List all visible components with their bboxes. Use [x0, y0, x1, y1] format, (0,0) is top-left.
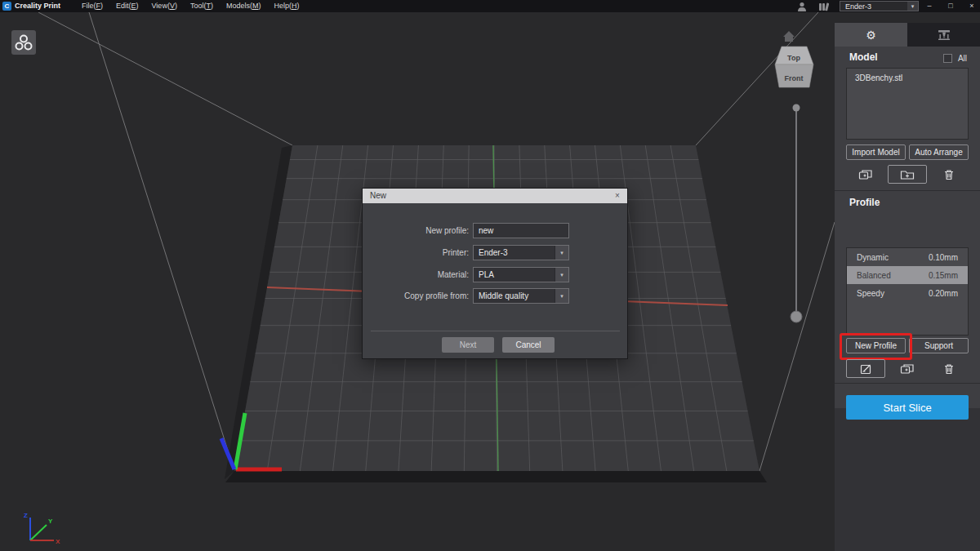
profile-row-speedy[interactable]: Speedy 0.20mm [847, 284, 968, 302]
add-model-button[interactable] [888, 165, 927, 184]
printer-select-value: Ender-3 [845, 2, 871, 11]
clone-model-button[interactable] [846, 165, 885, 184]
import-model-button[interactable]: Import Model [846, 144, 906, 160]
next-button[interactable]: Next [442, 337, 494, 353]
home-view-icon[interactable] [783, 31, 795, 42]
copy-profile-field-label: Copy profile from: [363, 288, 469, 304]
model-library-icon[interactable] [817, 1, 829, 11]
minimize-button[interactable]: – [923, 0, 936, 11]
start-slice-button[interactable]: Start Slice [846, 395, 969, 420]
zoom-slider-handle-bottom[interactable] [791, 311, 802, 322]
edit-profile-button[interactable] [846, 359, 885, 378]
plate-front-skirt [225, 471, 767, 482]
profile-section-heading: Profile [849, 197, 880, 208]
dialog-title[interactable]: New [363, 189, 627, 203]
delete-model-button[interactable] [929, 165, 969, 184]
trash-icon [943, 363, 955, 375]
new-profile-dialog: New × New profile: new Printer: Ender-3 … [362, 188, 628, 359]
zoom-slider-handle-top[interactable] [793, 104, 800, 112]
clone-icon [858, 169, 873, 180]
material-field-label: Material: [363, 267, 469, 282]
printer-field-label: Printer: [363, 245, 469, 260]
material-dropdown[interactable]: PLA ▾ [473, 267, 569, 282]
copy-profile-dropdown[interactable]: Middle quality ▾ [473, 288, 569, 304]
main-menu: File(F) Edit(E) View(V) Tool(T) Models(M… [82, 2, 299, 10]
new-profile-field-label: New profile: [363, 223, 469, 238]
axis-gizmo: Z Y X [24, 512, 60, 545]
cancel-button[interactable]: Cancel [502, 337, 555, 353]
close-button[interactable]: × [965, 0, 978, 11]
edit-icon [860, 363, 872, 375]
dialog-close-icon[interactable]: × [612, 189, 623, 203]
gear-icon: ⚙ [866, 29, 876, 42]
section-divider [835, 383, 980, 384]
profile-row-balanced[interactable]: Balanced 0.15mm [847, 266, 968, 284]
axis-z-label: Z [24, 512, 28, 519]
clone-icon [900, 363, 915, 375]
settings-panel: Model All 3DBenchy.stl Import Model Auto… [835, 47, 980, 408]
view-cube-top-label[interactable]: Top [787, 54, 800, 62]
top-menu-bar: C Creality Print File(F) Edit(E) View(V)… [0, 0, 980, 12]
dialog-separator [371, 331, 620, 331]
auto-arrange-button[interactable]: Auto Arrange [909, 144, 969, 160]
tab-preview[interactable] [907, 23, 980, 47]
tab-prepare-settings[interactable]: ⚙ [835, 23, 907, 47]
delete-profile-button[interactable] [929, 359, 969, 378]
select-all-label: All [958, 54, 967, 63]
chevron-down-icon[interactable]: ▾ [555, 268, 568, 282]
right-sidebar: ⚙ Model All 3DBenchy.stl Import Model Au… [835, 12, 980, 551]
model-list[interactable]: 3DBenchy.stl [846, 68, 969, 140]
new-profile-name-input[interactable]: new [473, 223, 569, 238]
profile-list[interactable]: Dynamic 0.10mm Balanced 0.15mm Speedy 0.… [846, 247, 969, 335]
menu-view[interactable]: View(V) [152, 2, 177, 10]
select-all-checkbox[interactable] [943, 54, 952, 63]
model-section-heading: Model [849, 51, 878, 63]
maximize-button[interactable]: □ [944, 0, 957, 11]
profile-row-dynamic[interactable]: Dynamic 0.10mm [847, 248, 968, 266]
printer-select-dropdown[interactable]: Ender-3 ▾ [840, 1, 919, 11]
menu-tool[interactable]: Tool(T) [190, 2, 213, 10]
trash-icon [943, 169, 955, 180]
axis-x-label: X [56, 538, 60, 545]
zoom-slider[interactable] [791, 104, 802, 323]
view-cube[interactable]: Top Front [775, 47, 813, 87]
menu-file[interactable]: File(F) [82, 2, 103, 10]
menu-help[interactable]: Help(H) [274, 2, 299, 10]
view-cube-front-label[interactable]: Front [785, 74, 804, 82]
section-divider [835, 190, 980, 191]
arrange-models-button[interactable] [11, 30, 36, 55]
model-list-item[interactable]: 3DBenchy.stl [847, 69, 968, 82]
printer-preview-icon [936, 28, 952, 42]
menu-models[interactable]: Models(M) [226, 2, 261, 10]
three-circles-icon [11, 30, 36, 55]
menu-edit[interactable]: Edit(E) [116, 2, 139, 10]
folder-plus-icon [900, 169, 915, 180]
printer-dropdown[interactable]: Ender-3 ▾ [473, 245, 569, 260]
chevron-down-icon[interactable]: ▾ [555, 246, 568, 260]
axis-y-label: Y [48, 518, 53, 525]
chevron-down-icon: ▾ [907, 2, 918, 11]
new-profile-button[interactable]: New Profile [846, 338, 906, 353]
support-button[interactable]: Support [909, 338, 969, 353]
app-title: Creality Print [15, 2, 60, 10]
user-account-icon[interactable] [796, 1, 808, 11]
sidebar-top-strip [835, 12, 980, 23]
copy-profile-button[interactable] [888, 359, 927, 378]
app-logo: C [2, 2, 11, 11]
chevron-down-icon[interactable]: ▾ [555, 289, 568, 303]
